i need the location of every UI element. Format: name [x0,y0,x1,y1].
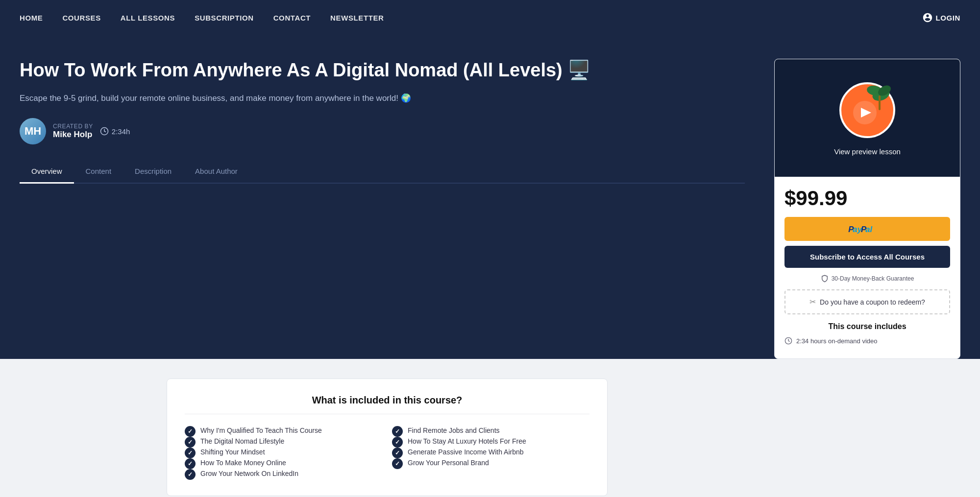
content-left: What is included in this course? Why I'm… [167,379,608,497]
creator-info: Created by Mike Holp [53,123,93,140]
included-grid: Why I'm Qualified To Teach This Course T… [185,426,589,480]
nav-contact[interactable]: CONTACT [273,14,311,22]
tab-overview[interactable]: Overview [20,160,74,184]
check-icon [392,458,403,469]
created-by-label: Created by [53,123,93,130]
creator-row: MH Created by Mike Holp 2:34h [20,118,745,144]
list-item: How To Make Money Online [185,458,382,469]
navigation: HOME COURSES ALL LESSONS SUBSCRIPTION CO… [0,0,980,35]
clock-icon [100,127,109,136]
course-title: How To Work From Anywhere As A Digital N… [20,59,745,82]
svg-text:al: al [865,225,872,234]
course-price: $99.99 [784,187,950,210]
list-item: The Digital Nomad Lifestyle [185,437,382,448]
check-icon [392,448,403,458]
scissors-icon: ✂ [809,297,816,307]
duration-badge: 2:34h [100,127,130,136]
nav-home[interactable]: HOME [20,14,43,22]
included-left-col: Why I'm Qualified To Teach This Course T… [185,426,382,480]
included-title: What is included in this course? [185,395,589,414]
main-content: What is included in this course? Why I'm… [147,359,833,497]
nav-courses[interactable]: COURSES [62,14,100,22]
hero-left: How To Work From Anywhere As A Digital N… [20,59,755,184]
money-back-guarantee: 30-Day Money-Back Guarantee [784,275,950,283]
nav-all-lessons[interactable]: ALL LESSONS [121,14,175,22]
sidebar-body: $99.99 P ay P al Subscribe to Access All… [775,177,960,358]
paypal-logo: P ay P al [848,224,887,234]
preview-video-button[interactable]: View preview lesson [775,59,960,177]
clock-small-icon [784,337,792,345]
course-includes-title: This course includes [784,322,950,331]
right-col-spacer [627,379,813,497]
tab-about-author[interactable]: About Author [183,160,249,184]
tab-description[interactable]: Description [123,160,183,184]
login-button[interactable]: LOGIN [922,12,961,23]
duration-value: 2:34h [112,127,130,136]
shield-icon [821,275,829,283]
hero-section: How To Work From Anywhere As A Digital N… [0,35,980,359]
preview-label: View preview lesson [834,147,901,156]
paypal-button[interactable]: P ay P al [784,217,950,241]
includes-video-item: 2:34 hours on-demand video [784,337,950,345]
check-icon [392,437,403,448]
check-icon [185,458,196,469]
nav-newsletter[interactable]: NEWSLETTER [330,14,384,22]
hero-sidebar: View preview lesson $99.99 P ay P al Sub… [774,59,960,359]
tab-content[interactable]: Content [74,160,123,184]
logo-container [838,81,897,140]
list-item: Find Remote Jobs and Clients [392,426,589,437]
list-item: Grow Your Network On LinkedIn [185,469,382,480]
subscribe-button[interactable]: Subscribe to Access All Courses [784,246,950,268]
check-icon [185,437,196,448]
account-circle-icon [922,12,933,23]
check-icon [185,469,196,480]
course-logo [838,81,897,140]
check-icon [185,426,196,437]
course-subtitle: Escape the 9-5 grind, build your remote … [20,92,745,105]
author-name: Mike Holp [53,130,93,140]
svg-rect-5 [879,95,881,110]
nav-links: HOME COURSES ALL LESSONS SUBSCRIPTION CO… [20,14,384,22]
course-tabs: Overview Content Description About Autho… [20,160,745,184]
list-item: Generate Passive Income With Airbnb [392,448,589,458]
check-icon [185,448,196,458]
course-card: View preview lesson $99.99 P ay P al Sub… [774,59,960,359]
nav-subscription[interactable]: SUBSCRIPTION [195,14,254,22]
list-item: How To Stay At Luxury Hotels For Free [392,437,589,448]
check-icon [392,426,403,437]
list-item: Grow Your Personal Brand [392,458,589,469]
main-area: What is included in this course? Why I'm… [0,359,980,497]
coupon-redeem-button[interactable]: ✂ Do you have a coupon to redeem? [784,289,950,314]
list-item: Why I'm Qualified To Teach This Course [185,426,382,437]
included-right-col: Find Remote Jobs and Clients How To Stay… [392,426,589,480]
list-item: Shifting Your Mindset [185,448,382,458]
avatar: MH [20,118,46,144]
included-card: What is included in this course? Why I'm… [167,379,608,496]
